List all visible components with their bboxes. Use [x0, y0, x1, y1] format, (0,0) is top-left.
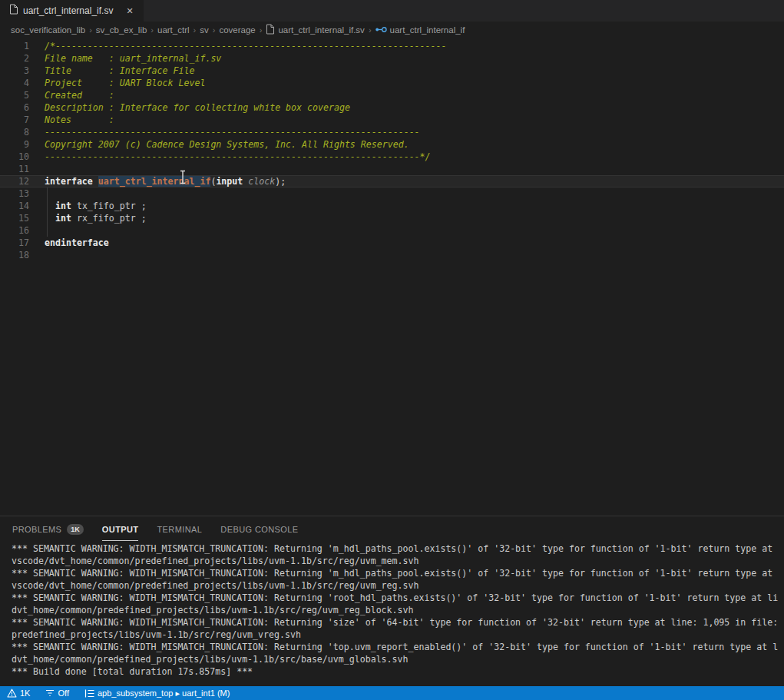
breadcrumb-item-uart_ctrl[interactable]: uart_ctrl: [157, 25, 190, 35]
code-line-14: int tx_fifo_ptr ;: [45, 200, 784, 212]
breadcrumb-label: sv_cb_ex_lib: [96, 25, 147, 35]
breadcrumb-separator: ›: [260, 25, 263, 35]
code-token: Title : Interface File: [45, 65, 194, 76]
output-log[interactable]: *** SEMANTIC WARNING: WIDTH_MISMATCH_TRU…: [0, 541, 784, 678]
status-item-filter[interactable]: Off: [43, 686, 71, 700]
code-line-2: File name : uart_internal_if.sv: [45, 52, 784, 65]
code-token: interface: [45, 176, 93, 187]
warning-icon: [7, 688, 17, 698]
status-bar: 1KOffapb_subsystem_top ▸ uart_int1 (M): [0, 686, 784, 700]
code-line-10: ----------------------------------------…: [45, 151, 784, 163]
breadcrumb-label: sv: [200, 25, 209, 35]
panel-tab-label: PROBLEMS: [12, 525, 61, 534]
code-token: int: [55, 213, 71, 224]
code-line-11: [45, 163, 784, 175]
breadcrumb-label: uart_ctrl_internal_if: [390, 25, 465, 35]
code-token: Created :: [45, 90, 114, 101]
breadcrumb-label: soc_verification_lib: [11, 25, 85, 35]
output-line: vscode/dvt_home/common/predefined_projec…: [12, 579, 784, 592]
breadcrumb-separator: ›: [194, 25, 197, 35]
output-line: vscode/dvt_home/common/predefined_projec…: [12, 555, 784, 567]
status-item-list-tree[interactable]: apb_subsystem_top ▸ uart_int1 (M): [82, 686, 232, 700]
output-line: *** SEMANTIC WARNING: WIDTH_MISMATCH_TRU…: [12, 641, 784, 653]
code-line-3: Title : Interface File: [45, 65, 784, 77]
line-number: 15: [0, 212, 29, 224]
editor-tab[interactable]: uart_ctrl_internal_if.sv ✕: [0, 0, 144, 22]
breadcrumb: soc_verification_lib›sv_cb_ex_lib›uart_c…: [0, 22, 784, 38]
breadcrumb-separator: ›: [89, 25, 92, 35]
close-icon[interactable]: ✕: [124, 5, 135, 17]
problems-count-badge: 1K: [67, 524, 84, 535]
breadcrumb-separator: ›: [151, 25, 154, 35]
line-number: 8: [0, 126, 29, 138]
output-line: *** SEMANTIC WARNING: WIDTH_MISMATCH_TRU…: [12, 616, 784, 629]
code-token: [45, 201, 55, 211]
breadcrumb-label: uart_ctrl_internal_if.sv: [278, 25, 365, 35]
output-line: *** SEMANTIC WARNING: WIDTH_MISMATCH_TRU…: [12, 567, 784, 579]
code-token: input: [216, 176, 243, 187]
line-number: 11: [0, 163, 29, 175]
line-number: 6: [0, 101, 29, 114]
list-tree-icon: [84, 689, 94, 698]
bottom-panel: PROBLEMS1KOUTPUTTERMINALDEBUG CONSOLE **…: [0, 516, 784, 686]
code-token: int: [55, 201, 71, 211]
line-number: 16: [0, 224, 29, 237]
output-line: dvt_home/common/predefined_projects/libs…: [12, 604, 784, 616]
code-token: [93, 176, 98, 187]
code-token: clock: [248, 176, 275, 187]
code-token: Project : UART Block Level: [45, 78, 205, 88]
file-icon: [9, 4, 18, 18]
text-cursor-icon: [179, 170, 187, 184]
breadcrumb-item-coverage[interactable]: coverage: [219, 25, 255, 35]
code-token: [45, 213, 55, 224]
panel-tab-debug-console[interactable]: DEBUG CONSOLE: [220, 516, 298, 541]
code-token: /*--------------------------------------…: [45, 41, 447, 51]
line-number: 13: [0, 187, 29, 200]
panel-tab-label: TERMINAL: [157, 525, 202, 534]
code-token: Description : Interface for collecting w…: [45, 102, 350, 113]
breadcrumb-file[interactable]: uart_ctrl_internal_if.sv: [266, 24, 365, 36]
code-line-6: Description : Interface for collecting w…: [45, 101, 784, 114]
code-content[interactable]: /*--------------------------------------…: [45, 40, 784, 261]
code-token: [71, 213, 77, 224]
tab-bar: uart_ctrl_internal_if.sv ✕: [0, 0, 784, 22]
vscode-window: uart_ctrl_internal_if.sv ✕ soc_verificat…: [0, 0, 784, 700]
breadcrumb-item-soc_verification_lib[interactable]: soc_verification_lib: [11, 25, 85, 35]
code-token: );: [275, 176, 286, 187]
line-number: 18: [0, 249, 29, 261]
line-number: 12: [0, 175, 29, 187]
status-item-label: Off: [58, 688, 68, 698]
code-line-7: Notes :: [45, 114, 784, 126]
code-line-4: Project : UART Block Level: [45, 77, 784, 89]
code-editor[interactable]: 123456789101112131415161718 /*----------…: [0, 38, 784, 516]
breadcrumb-label: coverage: [219, 25, 255, 35]
breadcrumb-symbol[interactable]: uart_ctrl_internal_if: [375, 25, 465, 35]
line-number: 5: [0, 89, 29, 101]
code-line-8: ----------------------------------------…: [45, 126, 784, 138]
code-token: [71, 201, 77, 211]
filter-icon: [45, 689, 55, 698]
code-token: File name : uart_internal_if.sv: [45, 53, 221, 64]
code-token: Notes :: [45, 114, 114, 125]
code-token: Copyright 2007 (c) Cadence Design System…: [45, 139, 409, 150]
interface-symbol-icon: [375, 25, 387, 35]
output-line: predefined_projects/libs/uvm-1.1b/src/re…: [12, 629, 784, 641]
code-line-13: [45, 187, 784, 200]
status-item-warning[interactable]: 1K: [5, 686, 32, 700]
panel-tab-terminal[interactable]: TERMINAL: [157, 516, 202, 541]
code-token: uart_ctrl_internal_if: [98, 176, 211, 187]
breadcrumb-item-sv_cb_ex_lib[interactable]: sv_cb_ex_lib: [96, 25, 147, 35]
line-number: 10: [0, 151, 29, 163]
breadcrumb-separator: ›: [369, 25, 372, 35]
panel-tab-label: DEBUG CONSOLE: [220, 525, 298, 534]
panel-tab-problems[interactable]: PROBLEMS1K: [12, 516, 84, 541]
output-line: dvt_home/common/predefined_projects/libs…: [12, 653, 784, 665]
code-token: tx_fifo_ptr ;: [77, 201, 147, 211]
panel-tab-output[interactable]: OUTPUT: [102, 516, 139, 541]
line-number: 4: [0, 77, 29, 89]
code-token: endinterface: [45, 237, 109, 248]
code-line-17: endinterface: [45, 237, 784, 249]
breadcrumb-item-sv[interactable]: sv: [200, 25, 209, 35]
output-line: *** Build done [total duration 17s.857ms…: [12, 665, 784, 678]
line-number: 7: [0, 114, 29, 126]
